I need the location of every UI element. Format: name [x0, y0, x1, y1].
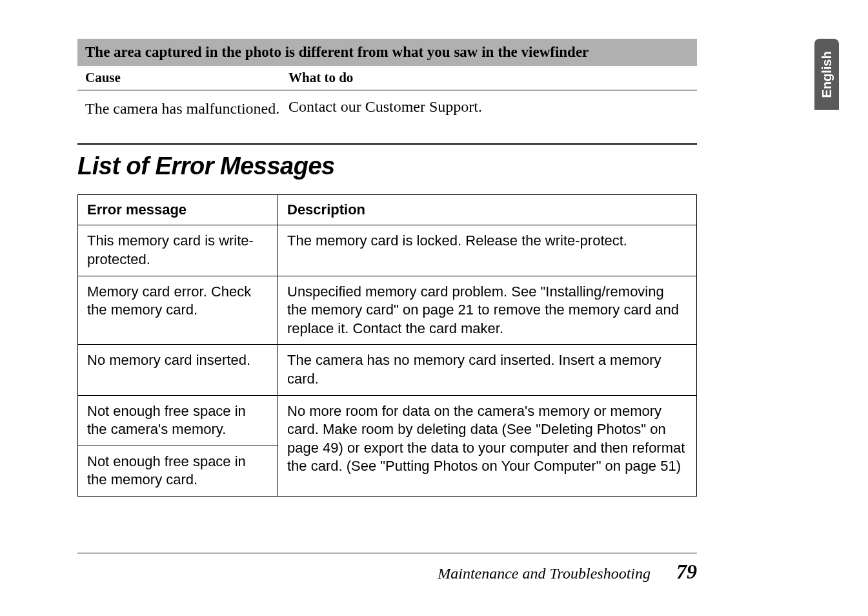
error-message-sub1: Not enough free space in the camera's me…: [78, 396, 278, 446]
header-description: Description: [278, 195, 697, 225]
cause-label: Cause: [85, 70, 288, 86]
language-tab: English: [814, 39, 839, 110]
what-to-do-label: What to do: [288, 70, 353, 86]
description-cell: No more room for data on the camera's me…: [278, 395, 697, 496]
table-header-row: Error message Description: [78, 195, 697, 225]
what-to-do-text: Contact our Customer Support.: [288, 98, 482, 119]
page-footer: Maintenance and Troubleshooting 79: [77, 553, 697, 584]
table-row: No memory card inserted. The camera has …: [78, 345, 697, 395]
language-tab-label: English: [820, 51, 834, 98]
table-row: Memory card error. Check the memory card…: [78, 276, 697, 345]
error-message-sub2: Not enough free space in the memory card…: [78, 446, 278, 496]
description-cell: Unspecified memory card problem. See "In…: [278, 276, 697, 345]
troubleshoot-labels-row: Cause What to do: [77, 66, 697, 90]
description-cell: The camera has no memory card inserted. …: [278, 345, 697, 395]
error-message-cell: No memory card inserted.: [78, 345, 278, 395]
troubleshoot-data-row: The camera has malfunctioned. Contact ou…: [77, 90, 697, 130]
error-message-cell: Memory card error. Check the memory card…: [78, 276, 278, 345]
error-table: Error message Description This memory ca…: [77, 194, 697, 497]
section-title: List of Error Messages: [77, 152, 697, 180]
footer-page-number: 79: [676, 560, 697, 584]
description-cell: The memory card is locked. Release the w…: [278, 225, 697, 276]
troubleshoot-header: The area captured in the photo is differ…: [77, 39, 697, 66]
main-content: The area captured in the photo is differ…: [77, 39, 697, 497]
cause-text: The camera has malfunctioned.: [85, 98, 288, 119]
header-error-message: Error message: [78, 195, 278, 225]
error-message-cell: This memory card is write-protected.: [78, 225, 278, 276]
section-divider: [77, 143, 697, 145]
table-row: Not enough free space in the camera's me…: [78, 395, 697, 496]
footer-section-name: Maintenance and Troubleshooting: [438, 565, 651, 582]
table-row: This memory card is write-protected. The…: [78, 225, 697, 276]
error-message-merged-cell: Not enough free space in the camera's me…: [78, 395, 278, 496]
